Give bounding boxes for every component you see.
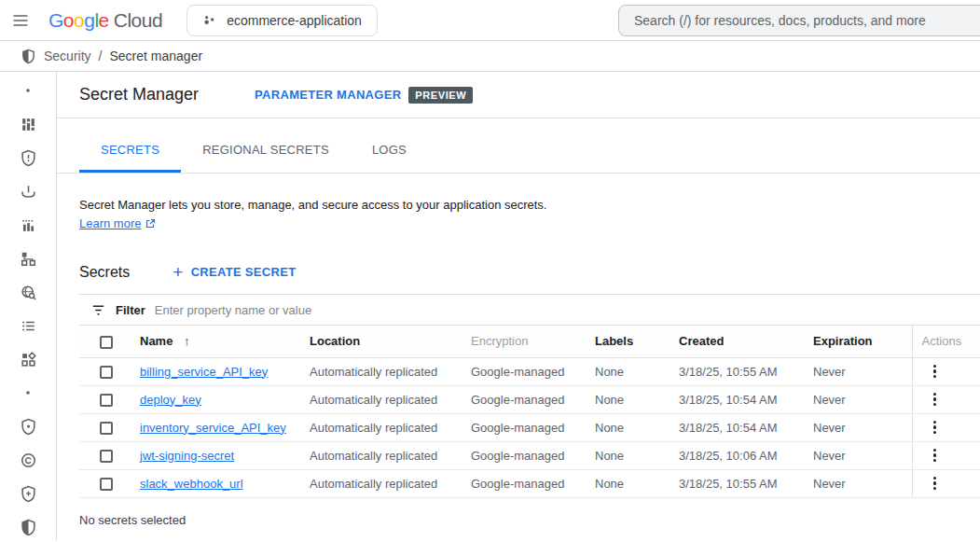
description-text: Secret Manager lets you store, manage, a… (79, 198, 546, 212)
table-row: billing_service_API_key Automatically re… (79, 357, 980, 385)
page-title: Secret Manager (79, 85, 199, 104)
breadcrumb-security-link[interactable]: Security (44, 49, 91, 63)
secrets-table: Name ↑ Location Encryption Labels Create… (79, 326, 980, 498)
created-cell: 3/18/25, 10:54 AM (679, 413, 813, 441)
secrets-section-heading: Secrets (79, 264, 130, 281)
selection-status-text: No secrets selected (79, 513, 980, 527)
apps-quilt-icon[interactable] (11, 350, 45, 368)
column-header-expiration: Expiration (813, 326, 912, 357)
expiration-cell: Never (813, 413, 912, 441)
bar-chart-icon[interactable] (11, 215, 45, 234)
row-checkbox[interactable] (100, 422, 113, 435)
encryption-cell: Google-managed (471, 357, 595, 385)
project-selector[interactable]: ecommerce-application (186, 5, 378, 36)
filter-bar[interactable]: Filter (79, 294, 980, 326)
table-header-row: Name ↑ Location Encryption Labels Create… (79, 326, 980, 357)
create-secret-button[interactable]: + CREATE SECRET (173, 263, 296, 281)
location-cell: Automatically replicated (310, 469, 471, 497)
sort-ascending-icon: ↑ (184, 334, 190, 348)
table-row: deploy_key Automatically replicated Goog… (79, 385, 980, 413)
secret-name-link[interactable]: inventory_service_API_key (140, 421, 286, 435)
labels-cell: None (595, 385, 679, 413)
search-input[interactable] (634, 13, 980, 28)
secrets-table-body: billing_service_API_key Automatically re… (79, 357, 980, 497)
encryption-cell: Google-managed (471, 469, 595, 497)
section-dot-icon (11, 383, 45, 402)
filter-label: Filter (116, 303, 145, 317)
tab-logs[interactable]: LOGS (351, 130, 428, 173)
created-cell: 3/18/25, 10:55 AM (679, 469, 813, 497)
select-all-checkbox[interactable] (100, 336, 113, 349)
plus-icon: + (173, 263, 183, 281)
column-header-name[interactable]: Name ↑ (140, 326, 310, 357)
top-bar: Google Cloud ecommerce-application (0, 0, 980, 41)
parameter-manager-link[interactable]: PARAMETER MANAGER (255, 88, 401, 102)
expiration-cell: Never (813, 357, 912, 385)
menu-icon[interactable] (0, 0, 41, 41)
expiration-cell: Never (813, 385, 912, 413)
location-cell: Automatically replicated (310, 385, 471, 413)
created-cell: 3/18/25, 10:55 AM (679, 357, 813, 385)
tab-bar: SECRETS REGIONAL SECRETS LOGS (57, 118, 980, 174)
row-actions-menu-icon[interactable] (930, 389, 941, 410)
created-cell: 3/18/25, 10:06 AM (679, 441, 813, 469)
main-content: Secret Manager PARAMETER MANAGER PREVIEW… (57, 72, 980, 541)
column-header-location: Location (310, 326, 471, 357)
column-header-encryption: Encryption (471, 326, 595, 357)
labels-cell: None (595, 413, 679, 441)
row-actions-menu-icon[interactable] (930, 361, 941, 382)
table-row: inventory_service_API_key Automatically … (79, 413, 980, 441)
column-header-created: Created (679, 326, 813, 357)
findings-list-icon[interactable] (11, 316, 45, 335)
shield-alert-icon[interactable] (11, 148, 45, 167)
labels-cell: None (595, 357, 679, 385)
secret-name-link[interactable]: billing_service_API_key (140, 365, 268, 379)
row-actions-menu-icon[interactable] (930, 445, 941, 466)
table-row: jwt-signing-secret Automatically replica… (79, 441, 980, 469)
section-dot-icon (11, 81, 45, 100)
preview-badge: PREVIEW (408, 87, 473, 104)
globe-search-icon[interactable] (11, 283, 45, 301)
encryption-cell: Google-managed (471, 441, 595, 469)
column-header-actions: Actions (912, 326, 980, 357)
labels-cell: None (595, 469, 679, 497)
breadcrumb-current-page: Secret manager (109, 49, 202, 63)
security-shield-icon (21, 49, 36, 64)
security-sidebar (0, 72, 57, 541)
row-checkbox[interactable] (100, 478, 113, 491)
filter-input[interactable] (155, 303, 980, 317)
risk-overview-icon[interactable] (11, 115, 45, 133)
tab-regional-secrets[interactable]: REGIONAL SECRETS (181, 130, 351, 173)
row-checkbox[interactable] (100, 450, 113, 463)
row-actions-menu-icon[interactable] (930, 417, 941, 438)
breadcrumb-separator: / (99, 49, 103, 63)
secret-name-link[interactable]: deploy_key (140, 393, 201, 407)
search-bar[interactable] (618, 5, 980, 36)
logo-google-text: Google (48, 9, 109, 32)
learn-more-link[interactable]: Learn more (79, 215, 156, 233)
project-icon (202, 13, 217, 28)
location-cell: Automatically replicated (310, 413, 471, 441)
shield-check-icon[interactable] (11, 417, 45, 436)
org-hierarchy-icon[interactable] (11, 249, 45, 268)
secret-manager-shield-icon[interactable] (11, 518, 45, 536)
created-cell: 3/18/25, 10:54 AM (679, 385, 813, 413)
encryption-cell: Google-managed (471, 385, 595, 413)
inbox-import-icon[interactable] (11, 182, 45, 201)
expiration-cell: Never (813, 441, 912, 469)
encryption-cell: Google-managed (471, 413, 595, 441)
breadcrumb: Security / Secret manager (0, 41, 980, 72)
row-checkbox[interactable] (100, 394, 113, 407)
external-link-icon (145, 218, 156, 229)
row-actions-menu-icon[interactable] (930, 473, 941, 494)
secret-name-link[interactable]: jwt-signing-secret (140, 449, 234, 463)
expiration-cell: Never (813, 469, 912, 497)
row-checkbox[interactable] (100, 366, 113, 379)
tab-secrets[interactable]: SECRETS (79, 130, 181, 173)
secret-name-link[interactable]: slack_webhook_url (140, 477, 243, 491)
google-cloud-logo[interactable]: Google Cloud (48, 9, 162, 32)
labels-cell: None (595, 441, 679, 469)
shield-plus-icon[interactable] (11, 484, 45, 503)
project-name: ecommerce-application (227, 13, 362, 28)
compliance-icon[interactable] (11, 451, 45, 469)
